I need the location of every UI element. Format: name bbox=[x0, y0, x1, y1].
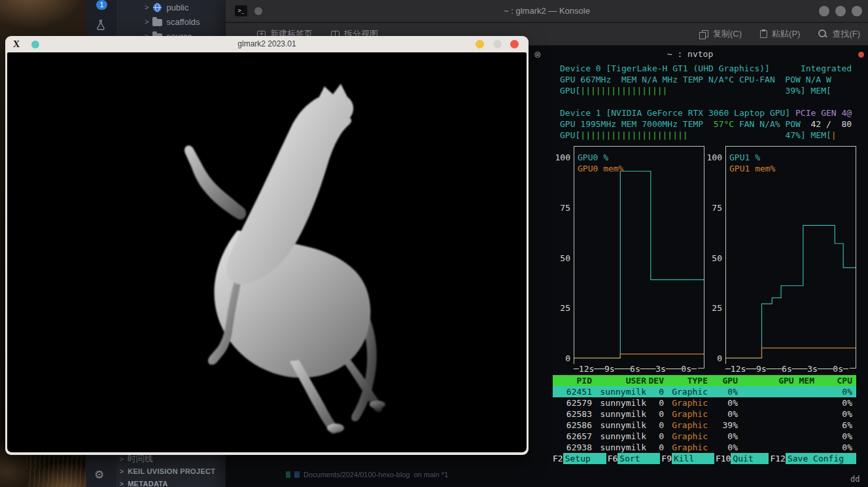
fkey-label: F12 bbox=[770, 453, 785, 464]
chart-series-line bbox=[574, 171, 704, 359]
chart-legend-entry: GPU1 % bbox=[729, 153, 760, 162]
terminal-line: GPU 667MHz MEM N/A MHz TEMP N/A°C CPU-FA… bbox=[560, 74, 852, 85]
glmark2-titlebar: X glmark2 2023.01 bbox=[5, 36, 529, 52]
y-axis-tick: 25 bbox=[551, 303, 570, 312]
terminal-line: Device 0 [TigerLake-H GT1 (UHD Graphics)… bbox=[560, 63, 852, 74]
chart-series-line bbox=[726, 225, 856, 358]
tab-close-icon[interactable]: ⊗ bbox=[534, 49, 542, 60]
section-label: METADATA bbox=[128, 480, 168, 487]
process-row: 62586sunnymilk0Graphic39%6% bbox=[553, 420, 856, 431]
fkey-action-save-config: Save Config bbox=[786, 453, 856, 464]
chart-plot-area bbox=[725, 146, 856, 369]
y-axis-tick: 75 bbox=[703, 203, 722, 212]
globe-icon bbox=[152, 3, 162, 12]
window-title: glmark2 2023.01 bbox=[5, 36, 529, 52]
y-axis-tick: 100 bbox=[703, 153, 722, 162]
y-axis-tick: 50 bbox=[551, 253, 570, 262]
chart-legend-entry: GPU0 mem% bbox=[578, 164, 623, 173]
process-row: 62583sunnymilk0Graphic0%0% bbox=[553, 408, 856, 420]
chevron-right-icon: > bbox=[145, 18, 148, 26]
tree-item-scaffolds[interactable]: > scaffolds bbox=[116, 14, 226, 29]
chevron-right-icon: > bbox=[120, 480, 124, 487]
process-row: 62451sunnymilk0Graphic0%0% bbox=[553, 386, 856, 397]
terminal-line: GPU 1995MHz MEM 7000MHz TEMP 57°C FAN N/… bbox=[560, 118, 852, 130]
statusbar-path: Documents/2024/0100-hexo-blog bbox=[304, 471, 410, 478]
tab-nvtop[interactable]: ~ : nvtop bbox=[644, 49, 736, 59]
chevron-right-icon: > bbox=[120, 468, 124, 475]
tab-activity-dot-icon bbox=[858, 52, 864, 58]
section-label: KEIL UVISION PROJECT bbox=[128, 467, 215, 475]
fkey-action-setup: Setup bbox=[563, 453, 606, 464]
gpu1-chart: 1007550250GPU1 %GPU1 mem%─12s──9s───6s──… bbox=[703, 146, 856, 375]
find-icon bbox=[818, 29, 827, 39]
folder-icon bbox=[152, 17, 162, 26]
toolbar-right-group: 复制(C) 粘贴(P) 查找(F) bbox=[699, 28, 868, 40]
tree-item-label: public bbox=[166, 3, 188, 12]
fkey-label: F9 bbox=[661, 453, 672, 464]
maximize-button[interactable] bbox=[835, 6, 846, 16]
fkey-action-sort: Sort bbox=[617, 453, 660, 464]
window-controls bbox=[819, 6, 862, 16]
glmark2-window: X glmark2 2023.01 bbox=[5, 36, 529, 455]
settings-gear-icon[interactable]: ⚙ bbox=[94, 469, 104, 482]
vscode-statusbar-ghost: Documents/2024/0100-hexo-blog on main *1 bbox=[286, 470, 448, 479]
statusbar-branch: on main *1 bbox=[414, 471, 449, 478]
notification-badge[interactable]: 1 bbox=[96, 0, 107, 10]
desktop: 1 ⚙ > public > scaffolds > source bbox=[0, 0, 868, 487]
close-button[interactable] bbox=[852, 6, 862, 16]
gpu0-chart: 1007550250GPU0 %GPU0 mem%─12s──9s───6s──… bbox=[551, 146, 704, 375]
chart-legend-entry: GPU1 mem% bbox=[729, 164, 775, 173]
chart-legend-entry: GPU0 % bbox=[578, 153, 608, 162]
process-row: 62579sunnymilk0Graphic0%0% bbox=[553, 397, 856, 408]
test-explorer-icon[interactable] bbox=[94, 18, 107, 34]
process-row: 62657sunnymilk0Graphic0%0% bbox=[553, 431, 856, 442]
terminal-line: GPU[||||||||||||||||| 39%] MEM[ bbox=[560, 85, 852, 96]
statusbar-chip-icon bbox=[286, 471, 290, 478]
statusbar-chip-icon bbox=[294, 471, 300, 478]
stray-terminal-text: dd bbox=[850, 475, 859, 484]
konsole-titlebar: >_ ~ : glmark2 — Konsole bbox=[226, 0, 868, 22]
y-axis-tick: 50 bbox=[703, 253, 722, 262]
glmark2-viewport bbox=[7, 52, 527, 452]
fkey-action-kill: Kill bbox=[672, 453, 714, 464]
minimize-button[interactable] bbox=[476, 40, 484, 48]
y-axis-tick: 75 bbox=[551, 203, 570, 212]
chevron-right-icon: > bbox=[145, 3, 148, 11]
maximize-button[interactable] bbox=[493, 40, 502, 48]
paste-button[interactable]: 粘贴(P) bbox=[760, 28, 800, 40]
y-axis-tick: 25 bbox=[703, 303, 722, 312]
copy-label: 复制(C) bbox=[713, 28, 742, 40]
find-button[interactable]: 查找(F) bbox=[818, 28, 860, 40]
process-table: PIDUSERDEVTYPEGPUGPU MEMCPU62451sunnymil… bbox=[553, 375, 856, 453]
y-axis-tick: 100 bbox=[551, 153, 570, 162]
chart-series-line bbox=[574, 354, 704, 358]
chart-series-line bbox=[726, 348, 856, 358]
find-label: 查找(F) bbox=[832, 28, 860, 40]
tree-item-public[interactable]: > public bbox=[116, 0, 226, 14]
x-axis-labels: ─12s──9s───6s───3s───0s─ bbox=[724, 364, 850, 374]
section-keil-uvision-project[interactable]: > KEIL UVISION PROJECT bbox=[120, 467, 215, 475]
tree-item-label: scaffolds bbox=[166, 17, 200, 27]
x-axis-labels: ─12s──9s───6s───3s───0s─ bbox=[572, 364, 698, 374]
close-button[interactable] bbox=[510, 40, 519, 48]
paste-icon bbox=[760, 30, 767, 38]
fkey-label: F2 bbox=[553, 453, 563, 464]
table-header-row: PIDUSERDEVTYPEGPUGPU MEMCPU bbox=[553, 375, 856, 386]
copy-button[interactable]: 复制(C) bbox=[699, 28, 742, 40]
fkey-action-quit: Quit bbox=[731, 453, 769, 464]
process-row: 62938sunnymilk0Graphic0%0% bbox=[553, 442, 856, 453]
fkey-bar: F2SetupF6SortF9KillF10QuitF12Save Config bbox=[553, 453, 858, 464]
window-title: ~ : glmark2 — Konsole bbox=[226, 0, 868, 22]
nvtop-text: Device 0 [TigerLake-H GT1 (UHD Graphics)… bbox=[560, 63, 852, 141]
paste-label: 粘贴(P) bbox=[772, 28, 800, 40]
section-metadata[interactable]: > METADATA bbox=[120, 480, 168, 487]
horse-model bbox=[7, 52, 527, 452]
minimize-button[interactable] bbox=[819, 6, 829, 16]
copy-icon bbox=[699, 30, 708, 39]
fkey-label: F10 bbox=[716, 453, 731, 464]
y-axis-tick: 0 bbox=[551, 353, 570, 363]
chart-plot-area bbox=[574, 146, 704, 369]
wallpaper-texture bbox=[26, 450, 86, 487]
terminal-line bbox=[560, 96, 852, 107]
fkey-label: F6 bbox=[608, 453, 618, 464]
